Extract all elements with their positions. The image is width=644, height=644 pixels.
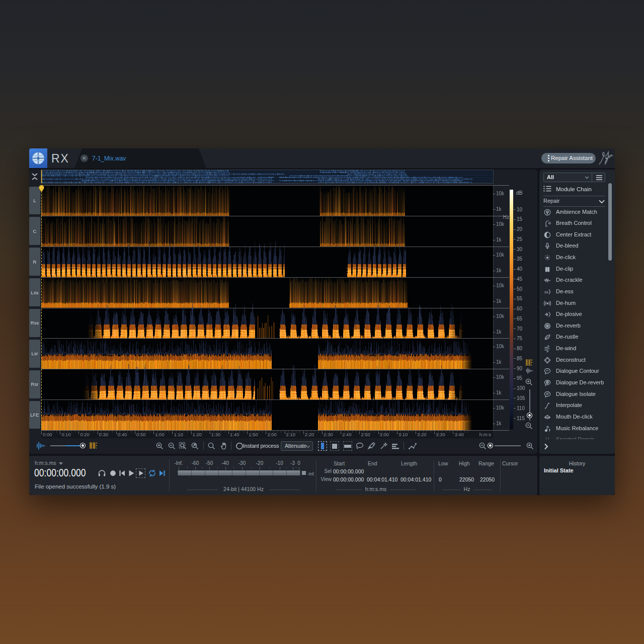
db-tick	[514, 349, 516, 349]
clip-indicator[interactable]	[302, 471, 306, 475]
module-list-scrollbar[interactable]	[608, 183, 612, 261]
zoom-selection-icon[interactable]	[179, 442, 187, 450]
toolbar-separator	[203, 442, 204, 450]
zoom-reset-icon[interactable]	[191, 442, 199, 450]
process-mode-dropdown[interactable]: Attenuate	[281, 441, 313, 451]
hzoom-slider-knob[interactable]	[488, 443, 493, 448]
go-to-end-button[interactable]	[158, 469, 167, 477]
module-item-music-rebalance[interactable]: Music Rebalance	[543, 424, 607, 434]
module-item-de-crackle[interactable]: De-crackle	[543, 275, 607, 285]
vertices-tool-icon[interactable]	[408, 442, 417, 450]
channel-tab-Lss[interactable]: Lss	[29, 278, 40, 306]
module-menu-button[interactable]	[592, 173, 606, 182]
module-item-de-hum[interactable]: De-hum	[543, 298, 607, 308]
vzoom-waveform-icon[interactable]	[526, 367, 533, 375]
range-view-value[interactable]: 0	[439, 476, 442, 482]
module-item-interpolate[interactable]: Interpolate	[543, 400, 607, 411]
waveform-overview[interactable]	[41, 170, 493, 183]
module-item-de-clip[interactable]: De-clip	[543, 264, 607, 274]
module-item-dialogue-de-reverb[interactable]: Dialogue De-reverb	[543, 378, 607, 388]
signature-icon[interactable]	[598, 150, 615, 168]
record-button[interactable]	[109, 469, 117, 477]
ruler-minor-tick	[239, 431, 240, 433]
file-tab[interactable]: ✕ 7-1_Mix.wav	[74, 148, 206, 168]
magnify-icon[interactable]	[207, 442, 216, 450]
module-item-deconstruct[interactable]: Deconstruct	[543, 355, 607, 365]
channel-tab-Rsr[interactable]: Rsr	[29, 370, 40, 398]
zoom-in-icon[interactable]	[155, 442, 164, 450]
vzoom-slider-knob[interactable]	[527, 413, 532, 418]
sel-start-value[interactable]: 00:00:00.000	[333, 468, 364, 474]
range-view-value[interactable]: 22050	[480, 476, 495, 482]
module-item-center-extract[interactable]: Center Extract	[543, 230, 607, 240]
pan-hand-icon[interactable]	[220, 442, 228, 450]
overview-canvas[interactable]	[41, 170, 493, 183]
playhead-time-display[interactable]: 00:00:00.000	[34, 466, 86, 479]
view-blend-slider-knob[interactable]	[80, 443, 85, 448]
time-format-dropdown[interactable]: h:m:s.ms	[35, 460, 63, 466]
hzoom-slider-track[interactable]	[495, 445, 521, 446]
module-item-dialogue-contour[interactable]: Dialogue Contour	[543, 366, 607, 376]
module-item-mouth-de-click[interactable]: Mouth De-click	[543, 412, 607, 422]
panel-expand-icon[interactable]	[544, 443, 549, 451]
spectrogram-view-icon[interactable]	[89, 441, 98, 449]
channel-tab-Rss[interactable]: Rss	[29, 309, 40, 337]
tab-close-icon[interactable]: ✕	[80, 154, 88, 162]
playhead-pin[interactable]	[38, 185, 45, 194]
module-chain-item[interactable]: Module Chain	[543, 185, 604, 194]
module-item-de-bleed[interactable]: De-bleed	[543, 241, 607, 251]
module-item-de-plosive[interactable]: De-plosive	[543, 309, 607, 319]
freq-selection-tool[interactable]	[343, 441, 352, 451]
module-item-breath-control[interactable]: Breath Control	[543, 218, 607, 228]
vzoom-spectrogram-icon[interactable]	[525, 359, 533, 367]
channel-tab-R[interactable]: R	[29, 248, 40, 276]
bubble-rings-icon	[544, 379, 551, 386]
history-entry[interactable]: Initial State	[544, 467, 574, 473]
loop-playback-button[interactable]	[148, 469, 156, 477]
hzoom-out-icon[interactable]	[478, 442, 487, 450]
vzoom-in-icon[interactable]	[525, 378, 533, 386]
view-start-value[interactable]: 00:00:00.000	[333, 476, 364, 482]
channel-tab-Lsr[interactable]: Lsr	[29, 340, 40, 368]
bubble-lines-icon	[544, 391, 551, 398]
waveform-view-icon[interactable]	[36, 441, 45, 449]
hzoom-in-icon[interactable]	[526, 442, 534, 450]
module-item-ambience-match[interactable]: Ambience Match	[543, 207, 607, 217]
db-colorbar[interactable]	[510, 190, 513, 429]
vzoom-out-icon[interactable]	[525, 422, 533, 430]
view-blend-slider-track[interactable]	[50, 445, 65, 446]
repair-assistant-button[interactable]: Repair Assistant	[541, 153, 596, 164]
collapse-overview-icon[interactable]	[29, 170, 40, 184]
play-selection-button[interactable]	[136, 468, 145, 478]
module-item-de-wind[interactable]: De-wind	[543, 344, 607, 354]
izotope-logo[interactable]	[29, 148, 47, 168]
zoom-out-icon[interactable]	[168, 442, 176, 450]
module-item-de-click[interactable]: De-click	[543, 253, 607, 263]
range-view-value[interactable]: 22050	[459, 476, 474, 482]
brush-tool-icon[interactable]	[367, 442, 376, 450]
level-meter-bar[interactable]	[178, 470, 300, 475]
lasso-tool-icon[interactable]	[355, 442, 364, 450]
ruler-minor-tick	[423, 431, 424, 433]
channel-tab-LFE[interactable]: LFE	[29, 401, 40, 429]
module-filter-dropdown[interactable]: All	[544, 173, 591, 182]
module-group-label: Repair	[543, 198, 559, 204]
play-button[interactable]	[127, 469, 135, 477]
time-ruler[interactable]: 0:000:100:200:300:400:501:001:101:201:30…	[41, 430, 493, 438]
harmonics-tool-icon[interactable]	[391, 442, 400, 450]
module-item-de-ess[interactable]: ss De-ess	[543, 287, 607, 297]
module-group-header[interactable]: Repair	[543, 198, 559, 204]
dropdown-triangle-icon	[59, 462, 63, 465]
module-item-de-rustle[interactable]: De-rustle	[543, 332, 607, 342]
time-selection-tool[interactable]	[318, 441, 327, 451]
module-item-spectral-repair[interactable]: Spectral Repair	[543, 435, 607, 439]
view-end-value[interactable]: 00:04:01.410	[367, 476, 397, 482]
view-length-value[interactable]: 00:04:01.410	[400, 476, 431, 482]
module-item-dialogue-isolate[interactable]: Dialogue Isolate	[543, 389, 607, 399]
time-freq-selection-tool[interactable]	[330, 441, 339, 451]
return-to-start-button[interactable]	[118, 469, 126, 477]
channel-tab-C[interactable]: C	[29, 217, 40, 245]
module-item-de-reverb[interactable]: De-reverb	[543, 321, 607, 331]
magic-wand-tool-icon[interactable]	[379, 442, 388, 450]
monitor-headphones-button[interactable]	[98, 469, 106, 477]
